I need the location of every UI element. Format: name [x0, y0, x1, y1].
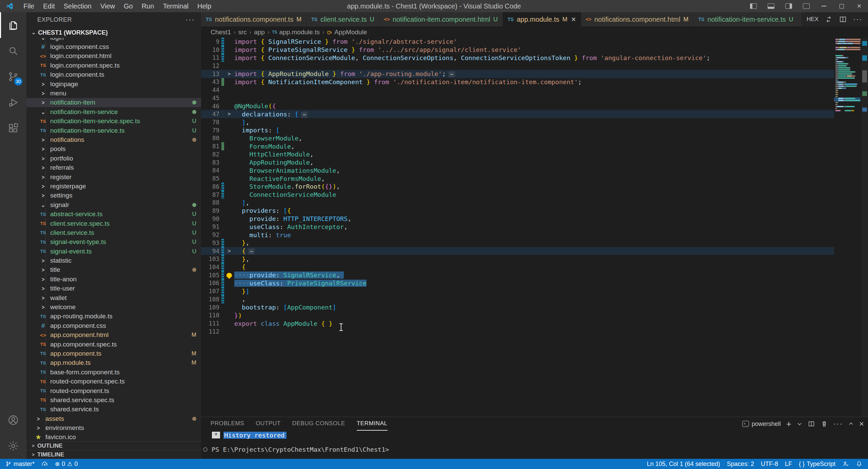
code-line[interactable]: 109 bootstrap: [AppComponent] — [201, 303, 834, 312]
tree-item[interactable]: >portfolio — [26, 154, 201, 163]
menu-item-view[interactable]: View — [96, 0, 119, 12]
run-debug-icon[interactable] — [0, 90, 26, 115]
code-line[interactable]: 80 BrowserModule, — [201, 134, 834, 143]
panel-tab-problems[interactable]: PROBLEMS — [211, 417, 244, 431]
explorer-icon[interactable] — [0, 12, 26, 38]
panel-tab-output[interactable]: OUTPUT — [256, 417, 280, 431]
editor-tab[interactable]: TSnotifications.component.tsM — [201, 12, 307, 26]
terminal-output[interactable]: * History restored PS E:\Projects\Crypto… — [201, 431, 868, 459]
code-line[interactable]: 9import { SignalRService } from './signa… — [201, 38, 834, 46]
breadcrumb-file[interactable]: TSapp.module.ts — [272, 29, 320, 36]
code-line[interactable]: 13>import { AppRoutingModule } from './a… — [201, 70, 834, 78]
code-line[interactable]: 12 — [201, 62, 834, 70]
tree-item[interactable]: >settings — [26, 191, 201, 200]
tree-item[interactable]: TSclient.service.spec.tsU — [26, 219, 201, 228]
code-line[interactable]: 92 multi: true — [201, 231, 834, 239]
code-line[interactable]: 111export class AppModule { } — [201, 319, 834, 327]
encoding-status[interactable]: UTF-8 — [757, 461, 782, 468]
code-line[interactable]: 90 provide: HTTP_INTERCEPTORS, — [201, 215, 834, 223]
code-line[interactable]: 107 }] — [201, 287, 834, 295]
tree-item[interactable]: >environments — [26, 423, 201, 432]
new-terminal-icon[interactable]: + — [786, 419, 791, 429]
fold-chevron-icon[interactable]: > — [224, 111, 234, 117]
code-line[interactable]: 78 ], — [201, 118, 834, 126]
tree-item[interactable]: >notification-item — [26, 98, 201, 107]
code-line[interactable]: 82 HttpClientModule, — [201, 150, 834, 158]
search-icon[interactable] — [0, 38, 26, 64]
close-window-button[interactable]: × — [850, 0, 868, 12]
problems-status[interactable]: ⊗ 0 ⚠ 0 — [52, 459, 81, 469]
tree-item[interactable]: >menu — [26, 89, 201, 98]
tree-item[interactable]: >wallet — [26, 293, 201, 302]
kill-terminal-icon[interactable] — [821, 420, 828, 428]
tree-item[interactable]: #app.component.css — [26, 321, 201, 330]
tree-item[interactable]: >statistic — [26, 256, 201, 265]
workspace-section-header[interactable]: ⌄ CHEST1 (WORKSPACE) — [26, 27, 201, 38]
tree-item[interactable]: TSapp.component.tsM — [26, 349, 201, 358]
toggle-secondary-sidebar-icon[interactable] — [780, 0, 797, 12]
eol-status[interactable]: LF — [782, 461, 795, 468]
toggle-panel-icon[interactable] — [762, 0, 780, 12]
tree-item[interactable]: >notifications — [26, 135, 201, 144]
tree-item[interactable]: TSapp.component.spec.ts — [26, 340, 201, 349]
breadcrumb-symbol[interactable]: AppModule — [327, 29, 367, 36]
code-line[interactable]: 86 StoreModule.forRoot({}), — [201, 183, 834, 191]
command-decoration-icon[interactable] — [203, 447, 208, 452]
tree-item[interactable]: >title-anon — [26, 275, 201, 284]
tree-item[interactable]: >registerpage — [26, 182, 201, 191]
tree-item[interactable]: >loginpage — [26, 79, 201, 89]
maximize-panel-icon[interactable] — [848, 421, 854, 427]
tree-item[interactable]: <>login.component.html — [26, 52, 201, 61]
code-line[interactable]: 83 AppRoutingModule, — [201, 158, 834, 167]
breadcrumb-item[interactable]: src — [238, 29, 247, 36]
code-line[interactable]: 44 — [201, 86, 834, 94]
shell-selector[interactable]: >_ powershell — [742, 420, 781, 428]
more-actions-icon[interactable]: ··· — [853, 15, 863, 24]
tree-item[interactable]: TSrouted-component.ts — [26, 386, 201, 395]
code-line[interactable]: 93 }, — [201, 239, 834, 247]
code-line[interactable]: 89 providers: [{ — [201, 207, 834, 215]
menu-item-selection[interactable]: Selection — [59, 0, 96, 12]
breadcrumb-item[interactable]: Chest1 — [211, 29, 231, 36]
tree-item[interactable]: ★favicon.ico — [26, 433, 201, 441]
accounts-icon[interactable] — [0, 407, 26, 433]
git-branch-status[interactable]: master* — [2, 459, 38, 469]
explorer-actions-icon[interactable]: ··· — [185, 15, 195, 24]
tree-item[interactable]: >title — [26, 265, 201, 275]
code-line[interactable]: 105····provide: SignalRService, — [201, 271, 834, 279]
panel-tab-debug-console[interactable]: DEBUG CONSOLE — [292, 417, 345, 431]
code-line[interactable]: 43import { NotificationItemComponent } f… — [201, 78, 834, 86]
tree-item[interactable]: ⌄notification-item-service — [26, 107, 201, 116]
notifications-bell-icon[interactable] — [852, 461, 866, 467]
tree-item[interactable]: <>app.component.htmlM — [26, 331, 201, 340]
tree-item[interactable]: TSnotification-item-service.spec.tsU — [26, 117, 201, 126]
code-line[interactable]: 103 }, — [201, 255, 834, 263]
code-editor[interactable]: 9import { SignalRService } from './signa… — [201, 38, 868, 417]
editor-tab[interactable]: <>notification-item.component.htmlU — [379, 12, 503, 26]
code-line[interactable]: 45 — [201, 94, 834, 102]
code-line[interactable]: 112 — [201, 327, 834, 336]
tree-item[interactable]: ⌄login — [26, 38, 201, 42]
sidebar-section-outline[interactable]: >OUTLINE — [26, 441, 201, 450]
open-changes-icon[interactable] — [825, 15, 833, 23]
tree-item[interactable]: >register — [26, 172, 201, 182]
overview-ruler[interactable] — [861, 38, 868, 417]
code-line[interactable]: 106····useClass: PrivateSignalRService — [201, 279, 834, 287]
close-tab-icon[interactable]: × — [571, 15, 576, 23]
tree-item[interactable]: TSabstract-service.tsU — [26, 209, 201, 219]
split-editor-icon[interactable] — [839, 15, 847, 23]
code-line[interactable]: 94> {⋯ — [201, 247, 834, 255]
code-line[interactable]: 11import { ConnectionServiceModule, Conn… — [201, 54, 834, 62]
indentation-status[interactable]: Spaces: 2 — [724, 461, 757, 468]
tree-item[interactable]: >assets — [26, 414, 201, 423]
panel-more-icon[interactable]: ··· — [833, 419, 843, 428]
menu-item-file[interactable]: File — [19, 0, 39, 12]
code-line[interactable]: 110}) — [201, 311, 834, 319]
sidebar-section-timeline[interactable]: >TIMELINE — [26, 450, 201, 459]
tree-item[interactable]: TSlogin.component.ts — [26, 70, 201, 79]
language-mode-status[interactable]: { }TypeScript — [795, 461, 839, 468]
menu-item-go[interactable]: Go — [119, 0, 137, 12]
minimap[interactable] — [834, 38, 861, 114]
tree-item[interactable]: TSclient.service.tsU — [26, 228, 201, 237]
hex-editor-button[interactable]: HEX — [807, 16, 818, 23]
